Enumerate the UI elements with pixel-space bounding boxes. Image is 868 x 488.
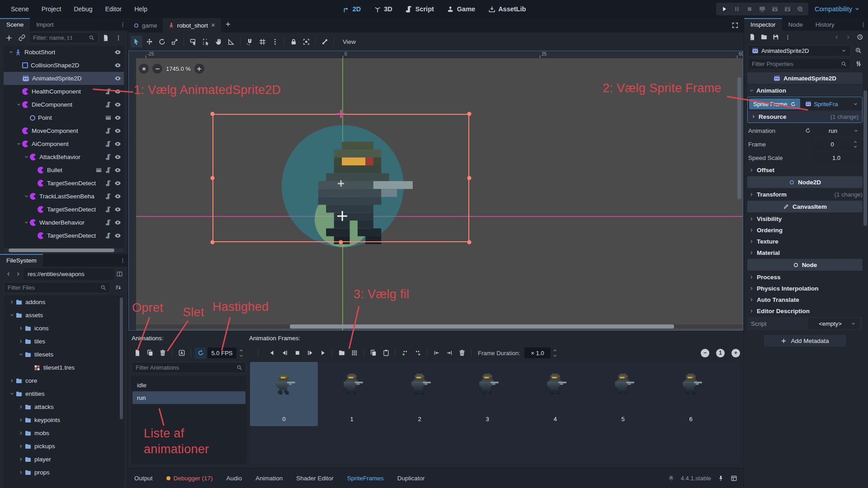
select-tool-button[interactable] (131, 36, 142, 47)
chevron-down-icon[interactable] (15, 101, 22, 108)
tree-item-targetseendetect[interactable]: TargetSeenDetect (4, 177, 124, 190)
center-view-button[interactable] (139, 64, 149, 74)
play-scene-button[interactable] (769, 4, 780, 14)
fps-spinner[interactable] (238, 348, 244, 358)
chevron-down-icon[interactable] (8, 390, 15, 398)
bottom-tab-audio[interactable]: Audio (226, 475, 242, 482)
pan-tool-button[interactable] (212, 36, 224, 47)
tab-inspector[interactable]: Inspector (744, 18, 782, 31)
workspace-tab-2d[interactable]: 2D (342, 5, 361, 13)
tab-node[interactable]: Node (782, 18, 809, 31)
visibility-eye-icon[interactable] (114, 180, 121, 187)
filesystem-menu-button[interactable] (120, 254, 127, 267)
visibility-eye-icon[interactable] (114, 75, 121, 82)
tree-item-aicomponent[interactable]: AiComponent (4, 137, 124, 150)
new-resource-button[interactable] (747, 32, 758, 42)
visibility-eye-icon[interactable] (114, 141, 121, 147)
attached-script-icon[interactable] (105, 206, 112, 213)
chevron-down-icon[interactable] (7, 49, 14, 56)
resource-menu-button[interactable] (782, 32, 793, 42)
canvas-hscrollbar[interactable] (136, 324, 743, 328)
sort-files-button[interactable] (112, 282, 124, 293)
selection-handle[interactable] (211, 240, 215, 244)
property-value-field[interactable]: 0 (811, 139, 862, 150)
scene-tab-game[interactable]: game (128, 18, 163, 33)
new-scene-tab-button[interactable] (221, 18, 235, 30)
frames-zoom-out-button[interactable]: − (701, 349, 709, 357)
play-backwards-from-end-button[interactable] (279, 347, 290, 359)
zoom-in-button[interactable] (194, 64, 204, 74)
tree-item-animatedsprite2d[interactable]: AnimatedSprite2D (4, 72, 124, 85)
move-frame-left-button[interactable] (431, 347, 442, 359)
rotate-tool-button[interactable] (156, 36, 168, 47)
selection-handle[interactable] (467, 240, 472, 244)
chevron-down-icon[interactable] (23, 193, 30, 200)
move-frame-right-button[interactable] (443, 347, 455, 359)
add-frames-from-file-button[interactable] (336, 347, 347, 359)
bottom-tab-output[interactable]: Output (134, 475, 153, 482)
filter-files-input[interactable]: Filter Files (4, 282, 110, 293)
stop-button[interactable] (744, 4, 755, 14)
chevron-right-icon[interactable] (8, 377, 15, 385)
menu-debug[interactable]: Debug (67, 5, 99, 13)
chevron-right-icon[interactable] (17, 417, 24, 424)
autoplay-on-load-button[interactable] (176, 347, 187, 359)
scene-filter-input[interactable]: Filter: name, t:t (29, 32, 99, 43)
frame-tile-1[interactable]: 1 (318, 362, 386, 426)
attached-script-icon[interactable] (105, 101, 112, 108)
property-value-field[interactable]: run (811, 125, 862, 136)
frame-tile-4[interactable]: 4 (521, 362, 589, 426)
fs-item-addons[interactable]: addons (4, 296, 124, 309)
expand-bottom-panel-icon[interactable] (731, 475, 737, 482)
chevron-down-icon[interactable] (853, 102, 858, 107)
remote-debug-button[interactable] (757, 4, 768, 14)
tab-history[interactable]: History (809, 18, 841, 31)
add-metadata-button[interactable]: Add Metadata (764, 335, 846, 347)
fs-item-mobs[interactable]: mobs (4, 427, 124, 440)
selection-rect[interactable] (212, 114, 469, 242)
fold-visibility[interactable]: Visibility (747, 213, 863, 225)
frame-duration-field[interactable]: × 1.0 (524, 347, 551, 358)
movie-maker-button[interactable] (795, 4, 806, 14)
fs-item-assets[interactable]: assets (4, 309, 124, 322)
play-animation-button[interactable] (317, 347, 328, 359)
fs-item-tileset1-tres[interactable]: tileset1.tres (4, 361, 124, 374)
instance-scene-button[interactable] (16, 33, 27, 43)
history-forward-button[interactable] (843, 32, 854, 42)
nav-back-button[interactable] (4, 269, 13, 280)
visibility-eye-icon[interactable] (114, 219, 121, 226)
visibility-eye-icon[interactable] (114, 62, 121, 69)
fold-material[interactable]: Material (747, 247, 863, 258)
fs-item-entities[interactable]: entities (4, 387, 124, 400)
animation-item-run[interactable]: run (132, 391, 245, 404)
attached-script-icon[interactable] (105, 219, 112, 226)
selection-handle[interactable] (211, 112, 215, 116)
tree-item-movecomponent[interactable]: MoveComponent (4, 124, 124, 137)
attach-script-button[interactable] (100, 33, 111, 43)
menu-project[interactable]: Project (35, 5, 68, 13)
play-button[interactable] (719, 4, 730, 14)
sprite-frames-key-chip[interactable]: Sprite Frame (749, 99, 800, 109)
bottom-tab-duplicator[interactable]: Duplicator (397, 475, 425, 482)
bottom-tab-animation[interactable]: Animation (255, 475, 283, 482)
property-value-field[interactable]: 1.0 (811, 152, 862, 163)
fs-item-tilesets[interactable]: tilesets (4, 348, 124, 361)
value-spinner[interactable] (852, 140, 859, 149)
delete-animation-button[interactable] (157, 347, 168, 359)
fs-item-attacks[interactable]: attacks (4, 400, 124, 413)
tree-item-tracklastseenbeha[interactable]: TrackLastSeenBeha (4, 190, 124, 203)
scene-panel-menu-button[interactable] (120, 18, 127, 31)
pin-bottom-panel-icon[interactable] (717, 475, 724, 482)
fs-item-props[interactable]: props (4, 466, 124, 479)
scene-tab-robot-short[interactable]: robot_short (163, 18, 221, 33)
workspace-tab-game[interactable]: Game (447, 5, 475, 13)
chevron-down-icon[interactable] (854, 128, 859, 133)
fold-ordering[interactable]: Ordering (747, 225, 863, 236)
tab-scene[interactable]: Scene (0, 18, 30, 31)
chevron-down-icon[interactable] (23, 154, 30, 161)
move-tool-button[interactable] (143, 36, 155, 47)
scene-tree-menu-button[interactable] (113, 33, 124, 43)
scale-tool-button[interactable] (169, 36, 180, 47)
lock-tool-button[interactable] (288, 36, 299, 47)
fps-field[interactable]: 5.0 FPS (208, 347, 236, 358)
